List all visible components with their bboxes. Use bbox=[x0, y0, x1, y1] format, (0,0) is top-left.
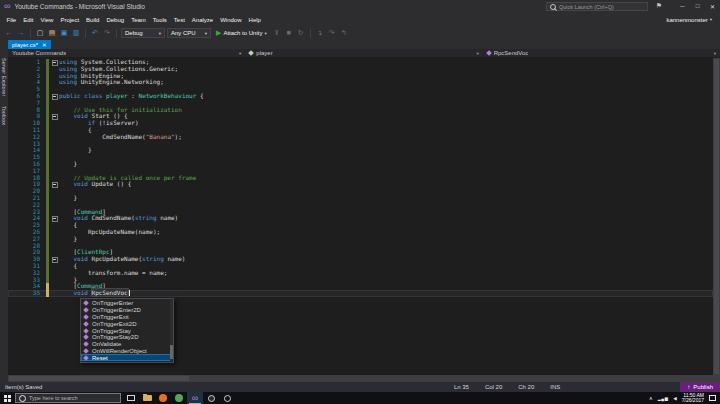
notification-center-icon[interactable] bbox=[709, 395, 716, 401]
volume-icon[interactable]: ◀ bbox=[673, 396, 676, 401]
step-over-icon[interactable]: ↷ bbox=[327, 27, 337, 39]
code-line-28[interactable]: 28 bbox=[8, 243, 713, 250]
code-line-14[interactable]: 14 } bbox=[8, 147, 713, 154]
new-file-icon[interactable]: ▢ bbox=[35, 27, 45, 39]
outlining-margin[interactable] bbox=[51, 270, 59, 277]
outlining-margin[interactable] bbox=[51, 79, 59, 86]
completion-item-onwillrenderobject[interactable]: OnWillRenderObject bbox=[81, 348, 173, 355]
outlining-margin[interactable] bbox=[51, 243, 59, 250]
outlining-margin[interactable] bbox=[51, 188, 59, 195]
code-line-30[interactable]: 30 void RpcUpdateName(string name) bbox=[8, 256, 713, 263]
outlining-margin[interactable] bbox=[51, 209, 59, 216]
code-line-33[interactable]: 33 } bbox=[8, 277, 713, 284]
save-icon[interactable]: ▣ bbox=[59, 27, 69, 39]
horizontal-scrollbar[interactable] bbox=[8, 375, 713, 382]
completion-item-ontriggerstay[interactable]: OnTriggerStay bbox=[81, 327, 173, 334]
step-into-icon[interactable]: ↴ bbox=[315, 27, 325, 39]
completion-item-ontriggerexit2d[interactable]: OnTriggerExit2D bbox=[81, 320, 173, 327]
chrome[interactable] bbox=[171, 392, 187, 404]
outlining-margin[interactable] bbox=[51, 66, 59, 73]
tray-expand-icon[interactable]: ∧ bbox=[649, 395, 653, 401]
outlining-margin[interactable] bbox=[51, 107, 59, 114]
task-view-button[interactable] bbox=[123, 392, 139, 404]
close-button[interactable]: ✕ bbox=[705, 0, 720, 12]
user-account-button[interactable]: kannenmonster ▾ bbox=[666, 17, 712, 23]
outlining-margin[interactable] bbox=[51, 222, 59, 229]
completion-scrollbar-thumb[interactable] bbox=[170, 345, 173, 359]
menu-item-help[interactable]: Help bbox=[245, 17, 264, 23]
configuration-dropdown[interactable]: Debug▾ bbox=[121, 28, 165, 38]
completion-item-reset[interactable]: Reset bbox=[81, 354, 173, 361]
menu-item-analyze[interactable]: Analyze bbox=[188, 17, 216, 23]
vertical-scrollbar[interactable] bbox=[713, 58, 720, 375]
outlining-margin[interactable] bbox=[51, 86, 59, 93]
taskbar-search[interactable]: Type here to search bbox=[15, 393, 121, 403]
outlining-margin[interactable] bbox=[51, 215, 59, 222]
code-line-21[interactable]: 21 } bbox=[8, 195, 713, 202]
code-line-27[interactable]: 27 } bbox=[8, 236, 713, 243]
outlining-margin[interactable] bbox=[51, 202, 59, 209]
code-line-26[interactable]: 26 RpcUpdateName(name); bbox=[8, 229, 713, 236]
project-dropdown[interactable]: Youtube Commands▾ bbox=[8, 49, 245, 57]
outlining-margin[interactable] bbox=[51, 59, 59, 66]
completion-scrollbar[interactable] bbox=[170, 300, 173, 361]
pause-icon[interactable]: ‖ bbox=[272, 27, 282, 39]
navigate-forward-icon[interactable]: → bbox=[16, 27, 26, 39]
menu-item-window[interactable]: Window bbox=[217, 17, 245, 23]
maximize-button[interactable]: □ bbox=[690, 0, 705, 12]
code-line-22[interactable]: 22 bbox=[8, 202, 713, 209]
undo-icon[interactable]: ↶ bbox=[90, 27, 100, 39]
code-editor[interactable]: 1using System.Collections;2using System.… bbox=[8, 58, 720, 382]
vertical-scrollbar-thumb[interactable] bbox=[714, 59, 719, 374]
network-icon[interactable]: ▂▄▆ bbox=[658, 396, 669, 401]
completion-item-ontriggerenter2d[interactable]: OnTriggerEnter2D bbox=[81, 307, 173, 314]
menu-item-project[interactable]: Project bbox=[57, 17, 83, 23]
tab-player-cs[interactable]: player.cs* ✕ bbox=[8, 40, 51, 49]
tool-tab-toolbox[interactable]: Toolbox bbox=[1, 106, 7, 125]
outlining-margin[interactable] bbox=[51, 229, 59, 236]
taskbar-clock[interactable]: 11:50 AM 7/26/2017 bbox=[682, 393, 704, 404]
code-line-19[interactable]: 19 void Update () { bbox=[8, 181, 713, 188]
outlining-margin[interactable] bbox=[51, 263, 59, 270]
menu-item-test[interactable]: Test bbox=[170, 17, 188, 23]
outlining-margin[interactable] bbox=[51, 168, 59, 175]
menu-item-build[interactable]: Build bbox=[83, 17, 103, 23]
outlining-margin[interactable] bbox=[51, 256, 59, 263]
code-line-4[interactable]: 4using UnityEngine.Networking; bbox=[8, 79, 713, 86]
navigate-backward-icon[interactable]: ← bbox=[4, 27, 14, 39]
outlining-margin[interactable] bbox=[51, 100, 59, 107]
class-dropdown[interactable]: player▾ bbox=[245, 49, 482, 57]
firefox[interactable] bbox=[155, 392, 171, 404]
outlining-margin[interactable] bbox=[51, 249, 59, 256]
outlining-margin[interactable] bbox=[51, 147, 59, 154]
stop-icon[interactable]: ■ bbox=[284, 27, 294, 39]
save-all-icon[interactable]: ▥ bbox=[71, 27, 81, 39]
unity[interactable] bbox=[203, 392, 219, 404]
outlining-margin[interactable] bbox=[51, 236, 59, 243]
step-out-icon[interactable]: ↰ bbox=[339, 27, 349, 39]
outlining-margin[interactable] bbox=[51, 290, 59, 297]
outlining-margin[interactable] bbox=[51, 175, 59, 182]
obs[interactable] bbox=[219, 392, 235, 404]
publish-button[interactable]: ↑ Publish bbox=[680, 382, 720, 392]
outlining-margin[interactable] bbox=[51, 141, 59, 148]
start-button[interactable] bbox=[0, 392, 15, 404]
visual-studio[interactable]: ∞ bbox=[187, 392, 203, 404]
menu-item-tools[interactable]: Tools bbox=[149, 17, 170, 23]
code-line-16[interactable]: 16 } bbox=[8, 161, 713, 168]
outlining-margin[interactable] bbox=[51, 113, 59, 120]
menu-item-debug[interactable]: Debug bbox=[103, 17, 128, 23]
horizontal-scrollbar-thumb[interactable] bbox=[9, 376, 189, 381]
member-dropdown[interactable]: RpcSendVoc▾ bbox=[483, 49, 720, 57]
code-line-24[interactable]: 24 void CmdSendName(string name) bbox=[8, 215, 713, 222]
outlining-margin[interactable] bbox=[51, 195, 59, 202]
code-line-35[interactable]: 35 void RpcSendVoc bbox=[8, 290, 713, 297]
outlining-margin[interactable] bbox=[51, 181, 59, 188]
code-line-32[interactable]: 32 transform.name = name; bbox=[8, 270, 713, 277]
platform-dropdown[interactable]: Any CPU▾ bbox=[167, 28, 211, 38]
code-line-6[interactable]: 6public class player : NetworkBehaviour … bbox=[8, 93, 713, 100]
outlining-margin[interactable] bbox=[51, 73, 59, 80]
completion-item-onvalidate[interactable]: OnValidate bbox=[81, 341, 173, 348]
outlining-margin[interactable] bbox=[51, 127, 59, 134]
outlining-margin[interactable] bbox=[51, 93, 59, 100]
